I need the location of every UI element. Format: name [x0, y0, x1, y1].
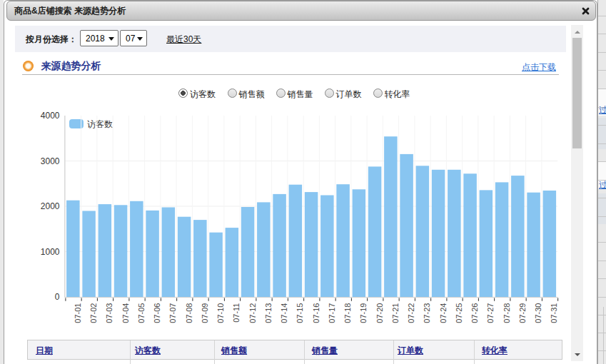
svg-text:07-17: 07-17	[328, 303, 336, 323]
svg-text:07-30: 07-30	[534, 303, 542, 323]
svg-text:07-27: 07-27	[486, 303, 495, 323]
svg-text:07-24: 07-24	[439, 303, 448, 323]
svg-text:07-10: 07-10	[216, 303, 225, 323]
svg-text:07-26: 07-26	[470, 303, 479, 323]
svg-text:07-16: 07-16	[312, 303, 320, 323]
svg-text:07-31: 07-31	[550, 303, 558, 323]
svg-text:07-06: 07-06	[153, 303, 161, 323]
svg-text:07-08: 07-08	[185, 303, 193, 323]
svg-text:07-14: 07-14	[280, 303, 288, 323]
svg-text:07-18: 07-18	[343, 303, 352, 323]
svg-text:07-02: 07-02	[89, 303, 98, 323]
svg-text:07-12: 07-12	[248, 303, 257, 323]
svg-text:07-07: 07-07	[168, 303, 177, 323]
svg-text:07-09: 07-09	[201, 303, 209, 323]
svg-text:07-29: 07-29	[518, 303, 527, 323]
svg-text:07-04: 07-04	[121, 303, 130, 323]
svg-text:07-03: 07-03	[105, 303, 113, 323]
svg-text:07-28: 07-28	[503, 303, 511, 323]
svg-text:07-25: 07-25	[455, 303, 463, 323]
svg-text:07-01: 07-01	[74, 303, 82, 323]
svg-text:07-13: 07-13	[264, 303, 273, 323]
svg-text:07-19: 07-19	[359, 303, 368, 323]
svg-text:07-11: 07-11	[232, 303, 241, 323]
svg-text:07-05: 07-05	[137, 303, 146, 323]
svg-text:07-21: 07-21	[391, 303, 400, 323]
svg-text:07-20: 07-20	[375, 303, 384, 323]
svg-text:07-15: 07-15	[296, 303, 304, 323]
svg-text:07-22: 07-22	[407, 303, 415, 323]
svg-text:07-23: 07-23	[423, 303, 431, 323]
